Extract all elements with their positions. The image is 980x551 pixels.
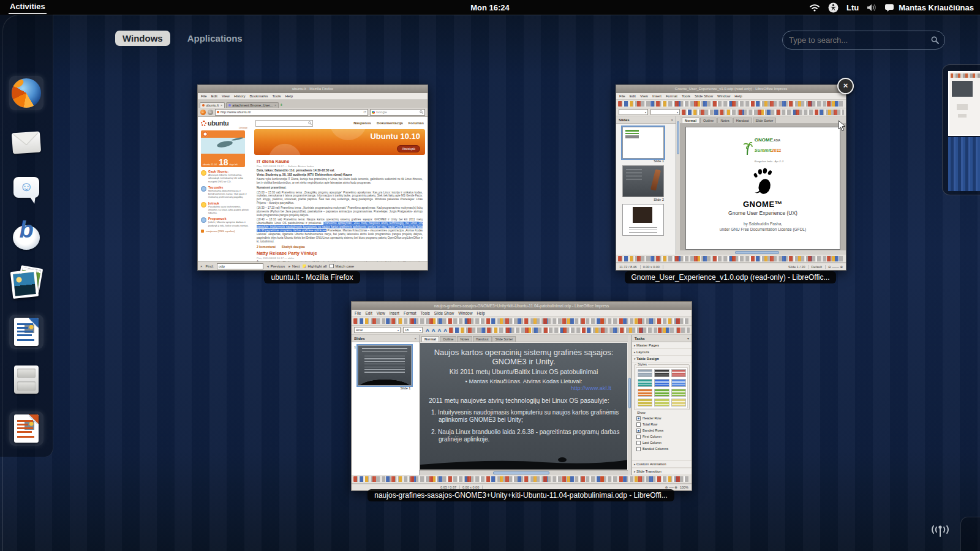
- view-tab[interactable]: Notes: [717, 118, 732, 123]
- menu-item[interactable]: Window: [458, 311, 472, 315]
- find-previous-button[interactable]: ◄Previous: [266, 264, 285, 268]
- tab-applications[interactable]: Applications: [180, 31, 250, 46]
- article-link[interactable]: Skaityk daugiau: [282, 245, 305, 249]
- slide-thumb-1[interactable]: [358, 345, 412, 386]
- font-name-combo[interactable]: Arial▾: [354, 327, 401, 333]
- view-tab[interactable]: Normal: [682, 118, 699, 123]
- url-bar[interactable]: http://www.ubuntu.lt/ ⟳: [215, 109, 368, 116]
- release-countdown-widget[interactable]: ubuntu 11.04 18 days left: [201, 130, 245, 167]
- keyboard-layout-indicator[interactable]: Ltu: [846, 3, 859, 12]
- view-tab[interactable]: Handout: [473, 336, 492, 342]
- browser-tab-ubuntu[interactable]: ubuntu.lt ×: [200, 102, 225, 108]
- menu-item[interactable]: Tools: [421, 311, 430, 315]
- rss-link[interactable]: naujienos (RSS sąrašas): [201, 230, 250, 233]
- back-button[interactable]: ←: [200, 110, 206, 115]
- volume-icon[interactable]: [867, 4, 876, 12]
- find-next-button[interactable]: ►Next: [288, 264, 300, 268]
- toolbar-icons[interactable]: [353, 318, 690, 324]
- workspace-switcher[interactable]: [942, 64, 980, 195]
- table-style-swatch[interactable]: [638, 379, 652, 387]
- task-section[interactable]: Layouts: [632, 349, 692, 356]
- view-tab[interactable]: Slide Sorter: [753, 118, 777, 123]
- toolbar-icons[interactable]: [682, 110, 844, 115]
- panel-close-icon[interactable]: ×: [671, 118, 673, 122]
- menu-item[interactable]: Help: [477, 311, 484, 315]
- reload-icon[interactable]: ⟳: [363, 110, 366, 114]
- sidebar-section[interactable]: Gauk Ubuntu: Atsisiųsk Ubuntu nemokamai,…: [201, 170, 250, 183]
- show-option[interactable]: Total Row: [635, 421, 688, 427]
- menu-item[interactable]: Edit: [211, 94, 217, 98]
- font-size-combo[interactable]: 18▾: [403, 327, 423, 333]
- window-firefox[interactable]: ubuntu.lt - Mozilla Firefox FileEditView…: [197, 84, 428, 271]
- window-close-button[interactable]: ×: [837, 78, 854, 94]
- article2-title[interactable]: Natty Release Party Vilniuje: [257, 250, 423, 256]
- dock-item-empathy[interactable]: [9, 170, 43, 204]
- show-option[interactable]: Header Row: [635, 415, 688, 421]
- search-input[interactable]: [783, 36, 931, 45]
- font-style-button[interactable]: A: [426, 328, 429, 333]
- table-style-swatch[interactable]: [638, 389, 652, 397]
- menu-item[interactable]: Help: [285, 94, 293, 98]
- slide-thumb-2[interactable]: [622, 165, 664, 197]
- accessibility-icon[interactable]: [828, 2, 839, 13]
- font-style-button[interactable]: A: [432, 328, 435, 333]
- menu-item[interactable]: Tools: [682, 94, 690, 98]
- view-tab[interactable]: Outline: [700, 118, 717, 123]
- toolbar-icons[interactable]: [618, 101, 844, 107]
- table-style-swatch[interactable]: [638, 399, 652, 407]
- table-style-swatch[interactable]: [654, 389, 669, 397]
- width-combo[interactable]: ▾: [650, 109, 680, 115]
- dock-item-writer[interactable]: [9, 315, 43, 349]
- window-impress-gnome[interactable]: Gnome_User_Experience_v1.0.odp (read-onl…: [616, 84, 846, 271]
- table-style-swatch[interactable]: [638, 369, 652, 377]
- show-option[interactable]: Banded Columns: [635, 446, 688, 452]
- menu-item[interactable]: File: [619, 94, 625, 98]
- match-case-checkbox[interactable]: Match case: [330, 264, 354, 268]
- menu-item[interactable]: Edit: [630, 94, 636, 98]
- tab-close-icon[interactable]: ×: [221, 103, 222, 107]
- sidebar-section[interactable]: Programuok Įsiliek į Ubuntu vystymo darb…: [201, 217, 250, 227]
- menu-item[interactable]: View: [377, 311, 385, 315]
- find-input[interactable]: [217, 263, 263, 269]
- show-option[interactable]: Banded Rows: [635, 427, 688, 433]
- broadcast-antenna-icon[interactable]: [929, 520, 952, 540]
- view-tab[interactable]: Handout: [733, 118, 752, 123]
- view-tab[interactable]: Notes: [457, 336, 472, 342]
- new-tab-button[interactable]: +: [280, 103, 282, 108]
- table-style-swatch[interactable]: [671, 399, 686, 407]
- web-search-field[interactable]: Google: [370, 109, 425, 116]
- task-section[interactable]: Master Pages: [632, 342, 692, 349]
- horizontal-scrollbar[interactable]: [680, 250, 846, 255]
- view-tab[interactable]: Normal: [421, 336, 439, 342]
- zoom-slider[interactable]: ⊖ ─── ⊕: [828, 265, 843, 269]
- table-style-swatch[interactable]: [671, 369, 686, 377]
- dock-item-banshee[interactable]: [9, 218, 43, 252]
- task-section[interactable]: Slide Transition: [632, 468, 692, 475]
- menu-item[interactable]: Slide Show: [434, 311, 454, 315]
- find-close-icon[interactable]: ×: [200, 264, 203, 268]
- menu-item[interactable]: Help: [734, 94, 742, 98]
- vertical-scrollbar[interactable]: [628, 335, 631, 475]
- style-combo[interactable]: ▾: [619, 109, 648, 115]
- table-style-swatch[interactable]: [671, 379, 686, 387]
- tab-windows[interactable]: Windows: [115, 31, 170, 46]
- menu-item[interactable]: Insert: [652, 94, 662, 98]
- window-impress-naujos[interactable]: naujos-grafines-sasajos-GNOME3+Unity+kit…: [351, 301, 692, 491]
- menu-item[interactable]: Window: [717, 94, 730, 98]
- toolbar-icons[interactable]: [353, 476, 690, 482]
- menu-item[interactable]: Slide Show: [695, 94, 713, 98]
- dock-item-impress[interactable]: [9, 411, 43, 446]
- menu-item[interactable]: View: [222, 94, 230, 98]
- highlight-all-button[interactable]: Highlight all: [303, 264, 326, 268]
- table-style-swatch[interactable]: [654, 369, 669, 377]
- menu-item[interactable]: Insert: [390, 311, 399, 315]
- site-logo[interactable]: ubuntu: [201, 119, 250, 127]
- workspace-window-thumb[interactable]: [948, 71, 980, 136]
- browser-tab-attachment[interactable]: attachment:Gnome_User... ×: [226, 102, 279, 108]
- panel-view-icon[interactable]: ▾: [687, 336, 689, 340]
- sidebar-section[interactable]: Tau padės Nemokama dokumentacija ir bend…: [201, 186, 250, 199]
- menu-item[interactable]: File: [355, 311, 361, 315]
- site-nav-link[interactable]: Naujienos: [353, 121, 371, 125]
- wifi-icon[interactable]: [809, 3, 820, 12]
- slides-scrollbar[interactable]: [676, 116, 680, 255]
